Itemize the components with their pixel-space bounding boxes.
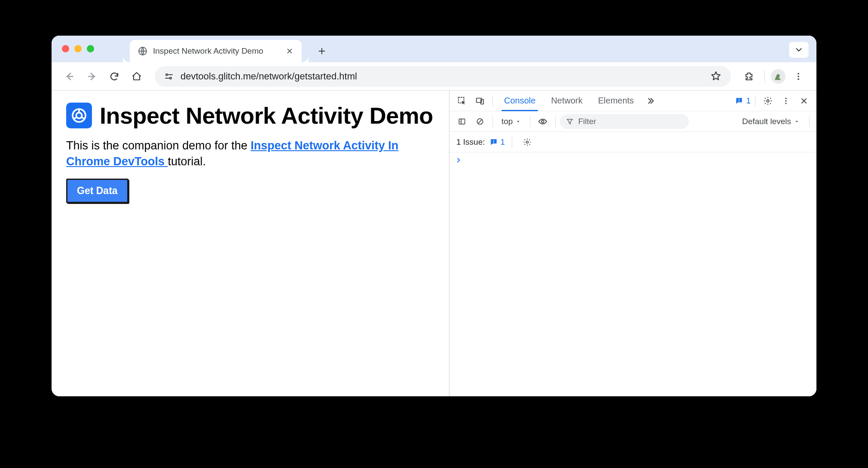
svg-point-5 [798, 78, 799, 80]
devtools-separator [492, 95, 493, 106]
devtools-main-toolbar: Console Network Elements 1 [449, 91, 816, 111]
inspect-element-icon[interactable] [454, 93, 470, 109]
svg-point-2 [170, 77, 171, 79]
content-area: Inspect Network Activity Demo This is th… [52, 91, 816, 396]
page-intro: This is the companion demo for the Inspe… [66, 138, 401, 169]
devtools-separator [492, 116, 493, 127]
svg-rect-11 [739, 99, 740, 100]
forward-button[interactable] [83, 67, 101, 86]
svg-point-16 [785, 103, 786, 104]
console-settings-gear-icon[interactable] [519, 134, 535, 150]
browser-window: Inspect Network Activity Demo [52, 36, 816, 396]
toggle-sidebar-icon[interactable] [454, 113, 470, 130]
device-toolbar-icon[interactable] [472, 93, 488, 109]
page-heading: Inspect Network Activity Demo [66, 103, 434, 128]
execution-context-selector[interactable]: top [497, 115, 526, 128]
browser-toolbar: devtools.glitch.me/network/getstarted.ht… [52, 62, 816, 91]
tab-network[interactable]: Network [544, 91, 589, 111]
console-prompt-icon [455, 157, 810, 164]
devtools-separator [512, 137, 512, 148]
devtools-separator [809, 116, 810, 127]
svg-point-4 [798, 76, 799, 77]
tab-search-button[interactable] [789, 42, 809, 58]
console-filter-input[interactable]: Filter [560, 114, 689, 129]
back-button[interactable] [60, 67, 79, 86]
address-bar[interactable]: devtools.glitch.me/network/getstarted.ht… [155, 66, 731, 87]
extensions-button[interactable] [740, 67, 758, 86]
tab-strip: Inspect Network Activity Demo [52, 36, 816, 62]
tab-title: Inspect Network Activity Demo [153, 46, 279, 56]
console-output[interactable] [449, 152, 816, 396]
filter-icon [566, 118, 574, 125]
svg-point-3 [798, 73, 799, 74]
minimize-window-button[interactable] [74, 45, 82, 52]
intro-prefix: This is the companion demo for the [66, 139, 251, 152]
devtools-separator [530, 116, 530, 127]
console-issues-row: 1 Issue: 1 [449, 132, 816, 152]
svg-point-15 [785, 100, 786, 101]
svg-rect-12 [739, 101, 740, 102]
new-tab-button[interactable] [313, 42, 331, 60]
svg-rect-20 [493, 140, 494, 141]
svg-point-14 [785, 97, 786, 99]
svg-point-7 [76, 113, 82, 119]
intro-suffix: tutorial. [168, 155, 206, 168]
devtools-separator [555, 116, 556, 127]
close-window-button[interactable] [62, 45, 69, 52]
page-heading-text: Inspect Network Activity Demo [100, 103, 433, 128]
settings-gear-icon[interactable] [760, 93, 776, 109]
svg-point-19 [542, 120, 544, 123]
devtools-menu-icon[interactable] [778, 93, 794, 109]
chrome-menu-button[interactable] [789, 67, 808, 86]
window-controls [62, 45, 94, 52]
svg-point-13 [767, 100, 769, 102]
url-text: devtools.glitch.me/network/getstarted.ht… [180, 71, 704, 82]
issues-count-inline: 1 [501, 137, 505, 147]
svg-point-22 [526, 141, 529, 143]
fullscreen-window-button[interactable] [87, 45, 94, 52]
web-page: Inspect Network Activity Demo This is th… [52, 91, 449, 396]
reload-button[interactable] [105, 67, 124, 86]
tab-console[interactable]: Console [497, 91, 542, 111]
close-devtools-icon[interactable] [796, 93, 812, 109]
issues-label: 1 Issue: [456, 137, 485, 147]
issues-count: 1 [746, 96, 751, 106]
home-button[interactable] [127, 67, 146, 86]
profile-avatar[interactable] [771, 69, 785, 84]
devtools-panel: Console Network Elements 1 [449, 91, 816, 396]
get-data-button[interactable]: Get Data [66, 179, 128, 203]
globe-icon [138, 46, 148, 56]
site-settings-icon[interactable] [163, 71, 174, 82]
bookmark-star-icon[interactable] [710, 70, 722, 82]
devtools-separator [755, 95, 755, 106]
context-label: top [501, 117, 513, 126]
tab-elements[interactable]: Elements [591, 91, 641, 111]
issues-indicator[interactable]: 1 [735, 96, 751, 106]
close-tab-icon[interactable] [284, 46, 295, 56]
svg-rect-21 [493, 142, 494, 143]
browser-tab[interactable]: Inspect Network Activity Demo [130, 40, 302, 62]
console-toolbar: top Filter [449, 111, 816, 132]
issues-link[interactable]: 1 [489, 137, 505, 147]
toolbar-divider [764, 70, 765, 83]
clear-console-icon[interactable] [472, 113, 488, 130]
devtools-app-icon [66, 103, 92, 128]
levels-label: Default levels [742, 117, 791, 126]
live-expression-icon[interactable] [535, 113, 551, 130]
log-levels-selector[interactable]: Default levels [737, 117, 805, 126]
more-tabs-icon[interactable] [642, 93, 659, 109]
filter-placeholder: Filter [578, 117, 596, 126]
svg-point-1 [166, 74, 168, 76]
